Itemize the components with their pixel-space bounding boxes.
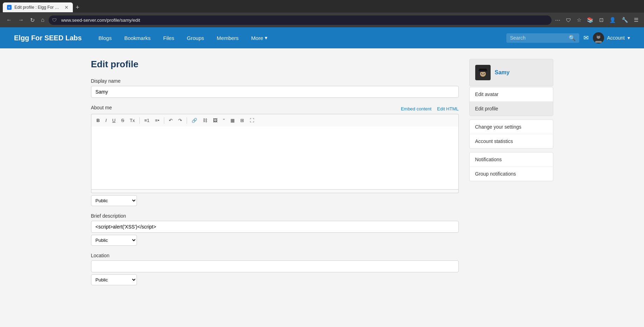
location-privacy-select[interactable]: Public Logged in users Friends Only me (91, 274, 137, 285)
unlink-button[interactable]: ⛓ (200, 116, 210, 124)
address-input[interactable] (49, 15, 552, 25)
brief-description-privacy-select[interactable]: Public Logged in users Friends Only me (91, 235, 137, 246)
tab-close-icon[interactable]: ✕ (64, 5, 69, 10)
account-avatar (593, 32, 604, 43)
nav-links: Blogs Bookmarks Files Groups Members Mor… (92, 27, 506, 48)
account-statistics-link: Account statistics (475, 138, 513, 144)
strikethrough-button[interactable]: S (119, 116, 127, 124)
sidebar: Samy Edit avatar Edit profile Change you… (469, 59, 553, 292)
library-button[interactable]: 📚 (586, 15, 595, 25)
image-button[interactable]: 🖼 (210, 116, 220, 124)
location-input[interactable] (91, 260, 459, 272)
bookmark-button[interactable]: ☆ (575, 15, 583, 25)
change-settings-link: Change your settings (475, 124, 521, 130)
new-tab-button[interactable]: + (73, 4, 82, 11)
search-box: 🔍 (506, 33, 579, 43)
sidebar-settings-section: Change your settings Account statistics (469, 120, 553, 149)
nav-bookmarks[interactable]: Bookmarks (118, 27, 157, 48)
account-chevron-icon: ▾ (628, 35, 630, 41)
svg-point-5 (600, 35, 601, 36)
nav-groups[interactable]: Groups (181, 27, 210, 48)
display-name-label: Display name (91, 78, 459, 84)
nav-more[interactable]: More ▾ (245, 27, 273, 48)
more-label: More (251, 35, 263, 41)
search-input[interactable] (510, 35, 566, 41)
addon-button[interactable]: 🔧 (620, 15, 630, 25)
mail-icon[interactable]: ✉ (583, 34, 589, 42)
sidebar-edit-avatar[interactable]: Edit avatar (470, 87, 553, 102)
location-label: Location (91, 253, 459, 258)
about-me-editor[interactable] (91, 127, 459, 190)
unordered-list-button[interactable]: ≡• (153, 116, 162, 124)
forward-button[interactable]: → (16, 15, 26, 25)
table-button[interactable]: ▦ (228, 116, 237, 124)
home-button[interactable]: ⌂ (39, 15, 47, 25)
active-tab[interactable]: e Edit profile : Elgg For SE… ✕ (3, 2, 73, 12)
toolbar-separator-3 (187, 117, 187, 124)
shield-icon: 🛡 (52, 18, 57, 23)
editor-toolbar: B I U S Tx ≡1 ≡• ↶ ↷ 🔗 ⛓ 🖼 " ▦ ⊞ ⛶ (91, 114, 459, 127)
fullscreen-button[interactable]: ⛶ (247, 116, 257, 124)
address-bar: ← → ↻ ⌂ 🛡 ⋯ 🛡 ☆ 📚 ⊡ 👤 🔧 ☰ (0, 13, 644, 27)
nav-blogs[interactable]: Blogs (92, 27, 118, 48)
svg-point-4 (597, 35, 598, 36)
embed-content-link[interactable]: Embed content (401, 106, 431, 111)
ordered-list-button[interactable]: ≡1 (142, 116, 152, 124)
undo-button[interactable]: ↶ (166, 116, 175, 124)
nav-files[interactable]: Files (157, 27, 181, 48)
brief-description-label: Brief description (91, 213, 459, 219)
account-button[interactable]: Account ▾ (593, 32, 630, 43)
brief-description-group: Brief description Public Logged in users… (91, 213, 459, 246)
about-me-label: About me (91, 105, 112, 110)
account-label: Account (607, 35, 625, 41)
sidebar-group-notifications[interactable]: Group notifications (470, 167, 553, 181)
display-name-input[interactable] (91, 86, 459, 98)
sidebar-edit-profile[interactable]: Edit profile (470, 102, 553, 116)
bold-button[interactable]: B (94, 116, 102, 124)
sidebar-change-settings[interactable]: Change your settings (470, 120, 553, 134)
reload-button[interactable]: ↻ (28, 15, 37, 25)
app-logo[interactable]: Elgg For SEED Labs (14, 34, 82, 42)
sidebar-notifications-section: Notifications Group notifications (469, 152, 553, 181)
sidebar-account-statistics[interactable]: Account statistics (470, 134, 553, 148)
menu-button[interactable]: ☰ (632, 15, 640, 25)
sidebar-notifications[interactable]: Notifications (470, 152, 553, 167)
underline-button[interactable]: U (110, 116, 118, 124)
link-button[interactable]: 🔗 (189, 116, 200, 124)
main-content: Edit profile Display name About me Embed… (77, 48, 567, 303)
sidebar-profile-card: Samy (469, 59, 553, 86)
nav-members[interactable]: Members (210, 27, 245, 48)
nav-right: 🔍 ✉ Account ▾ (506, 32, 630, 43)
extensions-button[interactable]: ⋯ (554, 15, 562, 25)
address-wrapper: 🛡 (49, 15, 552, 25)
app-navbar: Elgg For SEED Labs Blogs Bookmarks Files… (0, 27, 644, 48)
svg-point-12 (478, 71, 487, 72)
clear-format-button[interactable]: Tx (127, 116, 137, 124)
about-me-links: Embed content Edit HTML (401, 106, 459, 111)
sidebar-edit-menu: Edit avatar Edit profile (469, 87, 553, 116)
italic-button[interactable]: I (103, 116, 109, 124)
tab-sync-button[interactable]: ⊡ (598, 15, 605, 25)
about-me-group: About me Embed content Edit HTML B I U S… (91, 105, 459, 206)
location-group: Location Public Logged in users Friends … (91, 253, 459, 285)
editor-resize-handle[interactable] (91, 190, 459, 193)
chevron-down-icon: ▾ (265, 35, 268, 41)
edit-profile-link: Edit profile (475, 106, 498, 111)
page-title: Edit profile (91, 59, 459, 70)
about-me-privacy-select[interactable]: Public Logged in users Friends Only me (91, 195, 137, 206)
shield-action-button[interactable]: 🛡 (565, 16, 573, 25)
blockquote-button[interactable]: " (221, 116, 227, 124)
display-name-group: Display name (91, 78, 459, 98)
sidebar-username[interactable]: Samy (495, 69, 510, 76)
redo-button[interactable]: ↷ (176, 116, 185, 124)
back-button[interactable]: ← (4, 15, 14, 25)
embed-button[interactable]: ⊞ (238, 116, 247, 124)
svg-rect-2 (595, 41, 602, 43)
brief-description-input[interactable] (91, 221, 459, 233)
toolbar-separator-2 (164, 117, 164, 124)
profile-button[interactable]: 👤 (608, 15, 617, 25)
search-icon[interactable]: 🔍 (569, 35, 576, 41)
about-me-header: About me Embed content Edit HTML (91, 105, 459, 113)
tab-title: Edit profile : Elgg For SE… (14, 5, 62, 10)
edit-html-link[interactable]: Edit HTML (437, 106, 458, 111)
